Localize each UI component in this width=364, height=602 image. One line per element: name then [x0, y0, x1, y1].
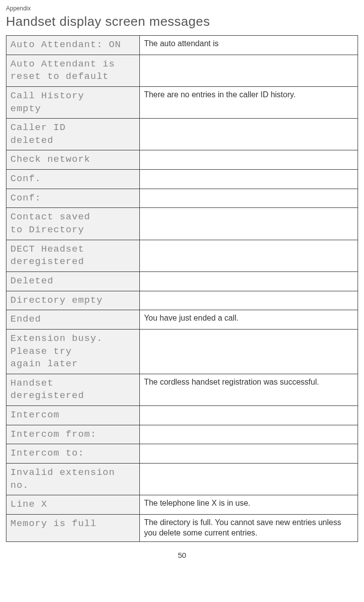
- desc-cell: The directory is full. You cannot save n…: [140, 514, 358, 541]
- lcd-cell: Auto Attendant: ON: [6, 36, 140, 55]
- lcd-cell: Invalid extension no.: [6, 464, 140, 495]
- desc-cell: The telephone line X is in use.: [140, 495, 358, 515]
- desc-cell: The auto attendant is: [140, 36, 358, 55]
- desc-cell: [140, 170, 358, 189]
- lcd-cell: Auto Attendant is reset to default: [6, 55, 140, 86]
- page-number: 50: [6, 551, 358, 559]
- desc-cell: [140, 329, 358, 374]
- lcd-cell: Directory empty: [6, 291, 140, 310]
- lcd-cell: Call History empty: [6, 86, 140, 118]
- desc-cell: [140, 464, 358, 495]
- lcd-cell: Line X: [6, 495, 140, 515]
- table-row: Check network: [6, 150, 358, 170]
- desc-cell: [140, 291, 358, 310]
- lcd-cell: Contact saved to Directory: [6, 208, 140, 240]
- lcd-cell: DECT Headset deregistered: [6, 240, 140, 271]
- desc-cell: The cordless handset registration was su…: [140, 374, 358, 405]
- table-row: Directory empty: [6, 291, 358, 310]
- lcd-cell: Intercom to:: [6, 444, 140, 464]
- table-row: Intercom from:: [6, 425, 358, 444]
- table-row: Memory is fullThe directory is full. You…: [6, 514, 358, 541]
- lcd-cell: Conf:: [6, 189, 140, 208]
- desc-cell: You have just ended a call.: [140, 310, 358, 330]
- desc-cell: [140, 406, 358, 425]
- table-row: Handset deregisteredThe cordless handset…: [6, 374, 358, 405]
- table-row: Extension busy. Please try again later: [6, 329, 358, 374]
- desc-cell: [140, 208, 358, 240]
- page-title: Handset display screen messages: [6, 14, 358, 29]
- desc-cell: [140, 425, 358, 444]
- desc-cell: [140, 271, 358, 291]
- section-label: Appendix: [6, 5, 358, 12]
- desc-cell: [140, 444, 358, 464]
- lcd-cell: Intercom: [6, 406, 140, 425]
- lcd-cell: Handset deregistered: [6, 374, 140, 405]
- table-row: Intercom: [6, 406, 358, 425]
- lcd-cell: Conf.: [6, 170, 140, 189]
- table-row: Caller ID deleted: [6, 119, 358, 150]
- desc-cell: [140, 240, 358, 271]
- lcd-cell: Caller ID deleted: [6, 119, 140, 150]
- table-row: Deleted: [6, 271, 358, 291]
- table-row: Auto Attendant is reset to default: [6, 55, 358, 86]
- desc-cell: [140, 55, 358, 86]
- desc-cell: [140, 150, 358, 170]
- table-row: Line XThe telephone line X is in use.: [6, 495, 358, 515]
- table-row: Intercom to:: [6, 444, 358, 464]
- desc-cell: [140, 119, 358, 150]
- lcd-cell: Ended: [6, 310, 140, 330]
- lcd-cell: Deleted: [6, 271, 140, 291]
- table-row: Contact saved to Directory: [6, 208, 358, 240]
- lcd-cell: Memory is full: [6, 514, 140, 541]
- table-row: EndedYou have just ended a call.: [6, 310, 358, 330]
- messages-table: Auto Attendant: ONThe auto attendant is …: [6, 35, 358, 542]
- table-row: Auto Attendant: ONThe auto attendant is: [6, 36, 358, 55]
- lcd-cell: Extension busy. Please try again later: [6, 329, 140, 374]
- lcd-cell: Intercom from:: [6, 425, 140, 444]
- table-row: Call History emptyThere are no entries i…: [6, 86, 358, 118]
- desc-cell: [140, 189, 358, 208]
- table-row: Invalid extension no.: [6, 464, 358, 495]
- table-row: Conf:: [6, 189, 358, 208]
- table-row: DECT Headset deregistered: [6, 240, 358, 271]
- lcd-cell: Check network: [6, 150, 140, 170]
- desc-cell: There are no entries in the caller ID hi…: [140, 86, 358, 118]
- table-row: Conf.: [6, 170, 358, 189]
